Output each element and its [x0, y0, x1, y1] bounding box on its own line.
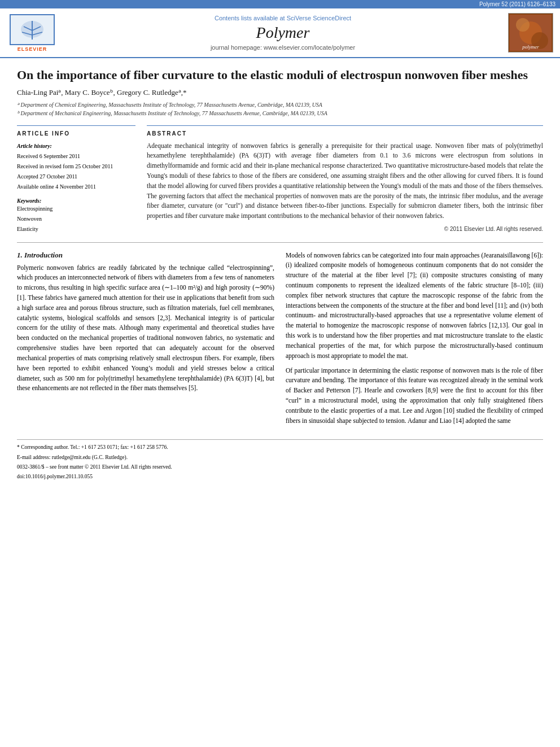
journal-title: Polymer [69, 24, 497, 42]
journal-cover-thumbnail: polymer [508, 13, 553, 53]
article-info-col: ARTICLE INFO Article history: Received 6… [17, 125, 135, 234]
journal-ref-text: Polymer 52 (2011) 6126–6133 [479, 1, 555, 7]
keywords-block: Keywords: Electrospinning Nonwoven Elast… [17, 198, 135, 234]
keyword-1: Electrospinning [17, 204, 135, 214]
journal-ref-bar: Polymer 52 (2011) 6126–6133 [0, 0, 560, 8]
intro-para2: Models of nonwoven fabrics can be catego… [286, 251, 543, 361]
history-label: Article history: [17, 143, 52, 149]
abstract-text: Adequate mechanical integrity of nonwove… [147, 141, 543, 222]
main-content: On the importance of fiber curvature to … [0, 58, 560, 491]
section-divider [17, 242, 543, 243]
sciverse-link: Contents lists available at SciVerse Sci… [69, 15, 497, 21]
footnote-doi: doi:10.1016/j.polymer.2011.10.055 [17, 473, 543, 481]
body-left-col: 1. Introduction Polymeric nonwoven fabri… [17, 251, 274, 431]
affiliation-b: ᵇ Department of Mechanical Engineering, … [17, 109, 543, 117]
journal-header: ELSEVIER Contents lists available at Sci… [0, 8, 560, 58]
elsevier-logo: ELSEVIER [7, 14, 58, 52]
body-right-col: Models of nonwoven fabrics can be catego… [286, 251, 543, 431]
svg-text:polymer: polymer [522, 44, 539, 50]
available-date: Available online 4 November 2011 [17, 182, 135, 192]
info-abstract-section: ARTICLE INFO Article history: Received 6… [17, 125, 543, 234]
intro-para3: Of particular importance in determining … [286, 366, 543, 426]
accepted-date: Accepted 27 October 2011 [17, 172, 135, 182]
revised-date: Received in revised form 25 October 2011 [17, 161, 135, 172]
authors-line: Chia-Ling Paiᵃ, Mary C. Boyceᵇ, Gregory … [17, 88, 543, 97]
body-section: 1. Introduction Polymeric nonwoven fabri… [17, 251, 543, 431]
affiliation-a: ᵃ Department of Chemical Engineering, Ma… [17, 101, 543, 109]
intro-para1: Polymeric nonwoven fabrics are readily f… [17, 263, 274, 394]
footnote-email: E-mail address: rutledge@mit.edu (G.C. R… [17, 453, 543, 462]
footnote-issn: 0032-3861/$ – see front matter © 2011 El… [17, 463, 543, 471]
article-history: Article history: Received 6 September 20… [17, 141, 135, 192]
author-names: Chia-Ling Paiᵃ, Mary C. Boyceᵇ, Gregory … [17, 88, 187, 97]
footnote-corresponding: * Corresponding author. Tel.: +1 617 253… [17, 443, 543, 452]
abstract-label: ABSTRACT [147, 130, 543, 137]
svg-point-9 [516, 18, 530, 32]
copyright-line: © 2011 Elsevier Ltd. All rights reserved… [147, 226, 543, 232]
affiliations: ᵃ Department of Chemical Engineering, Ma… [17, 101, 543, 117]
intro-heading: 1. Introduction [17, 251, 274, 260]
elsevier-brand: ELSEVIER [18, 46, 47, 52]
received-date: Received 6 September 2011 [17, 151, 135, 161]
keyword-2: Nonwoven [17, 214, 135, 224]
article-info-label: ARTICLE INFO [17, 130, 135, 137]
header-center: Contents lists available at SciVerse Sci… [58, 15, 508, 51]
abstract-col: ABSTRACT Adequate mechanical integrity o… [147, 125, 543, 234]
elsevier-logo-box [10, 14, 55, 45]
footnotes: * Corresponding author. Tel.: +1 617 253… [17, 439, 543, 481]
keywords-label: Keywords: [17, 198, 135, 204]
keyword-3: Elasticity [17, 224, 135, 234]
journal-homepage: journal homepage: www.elsevier.com/locat… [69, 44, 497, 51]
article-title: On the importance of fiber curvature to … [17, 67, 543, 84]
